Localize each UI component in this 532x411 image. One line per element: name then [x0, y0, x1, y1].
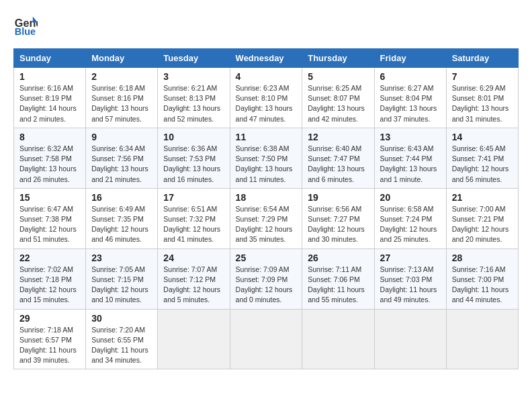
calendar-cell: 26Sunrise: 7:11 AM Sunset: 7:06 PM Dayli…: [302, 248, 374, 309]
calendar-cell: [374, 309, 446, 369]
logo: General Blue: [13, 13, 40, 38]
day-info: Sunrise: 7:07 AM Sunset: 7:12 PM Dayligh…: [163, 265, 224, 306]
day-info: Sunrise: 7:18 AM Sunset: 6:57 PM Dayligh…: [19, 325, 80, 366]
day-info: Sunrise: 6:54 AM Sunset: 7:29 PM Dayligh…: [236, 204, 297, 245]
day-number: 5: [308, 71, 368, 82]
day-number: 25: [236, 253, 297, 263]
day-number: 7: [452, 71, 513, 82]
day-info: Sunrise: 6:36 AM Sunset: 7:53 PM Dayligh…: [163, 144, 224, 185]
day-info: Sunrise: 7:02 AM Sunset: 7:18 PM Dayligh…: [19, 265, 80, 306]
calendar-cell: 12Sunrise: 6:40 AM Sunset: 7:47 PM Dayli…: [302, 128, 374, 188]
day-number: 9: [91, 132, 152, 142]
weekday-header-wednesday: Wednesday: [230, 49, 302, 68]
day-number: 22: [19, 253, 80, 263]
calendar-week-row: 1Sunrise: 6:16 AM Sunset: 8:19 PM Daylig…: [14, 68, 519, 128]
calendar-week-row: 8Sunrise: 6:32 AM Sunset: 7:58 PM Daylig…: [14, 128, 519, 188]
calendar-cell: 25Sunrise: 7:09 AM Sunset: 7:09 PM Dayli…: [230, 248, 302, 309]
calendar-cell: 18Sunrise: 6:54 AM Sunset: 7:29 PM Dayli…: [230, 188, 302, 248]
day-number: 26: [308, 253, 368, 263]
weekday-header-row: SundayMondayTuesdayWednesdayThursdayFrid…: [14, 49, 519, 68]
calendar-cell: [158, 309, 230, 369]
calendar-cell: 15Sunrise: 6:47 AM Sunset: 7:38 PM Dayli…: [14, 188, 86, 248]
calendar-cell: 30Sunrise: 7:20 AM Sunset: 6:55 PM Dayli…: [86, 309, 158, 369]
day-info: Sunrise: 6:34 AM Sunset: 7:56 PM Dayligh…: [91, 144, 152, 185]
day-info: Sunrise: 6:38 AM Sunset: 7:50 PM Dayligh…: [236, 144, 297, 185]
calendar-cell: 3Sunrise: 6:21 AM Sunset: 8:13 PM Daylig…: [158, 68, 230, 128]
day-number: 12: [308, 132, 368, 142]
day-number: 27: [380, 253, 441, 263]
day-number: 20: [380, 192, 441, 203]
day-info: Sunrise: 6:18 AM Sunset: 8:16 PM Dayligh…: [91, 83, 152, 124]
calendar-cell: 16Sunrise: 6:49 AM Sunset: 7:35 PM Dayli…: [86, 188, 158, 248]
calendar-cell: 17Sunrise: 6:51 AM Sunset: 7:32 PM Dayli…: [158, 188, 230, 248]
day-number: 19: [308, 192, 368, 203]
calendar-cell: 5Sunrise: 6:25 AM Sunset: 8:07 PM Daylig…: [302, 68, 374, 128]
calendar-cell: 4Sunrise: 6:23 AM Sunset: 8:10 PM Daylig…: [230, 68, 302, 128]
calendar-table: SundayMondayTuesdayWednesdayThursdayFrid…: [13, 48, 519, 369]
calendar-cell: 7Sunrise: 6:29 AM Sunset: 8:01 PM Daylig…: [446, 68, 518, 128]
day-number: 24: [163, 253, 224, 263]
calendar-cell: 10Sunrise: 6:36 AM Sunset: 7:53 PM Dayli…: [158, 128, 230, 188]
day-number: 16: [91, 192, 152, 203]
day-number: 10: [163, 132, 224, 142]
calendar-cell: 6Sunrise: 6:27 AM Sunset: 8:04 PM Daylig…: [374, 68, 446, 128]
day-info: Sunrise: 6:16 AM Sunset: 8:19 PM Dayligh…: [19, 83, 80, 124]
calendar-cell: 19Sunrise: 6:56 AM Sunset: 7:27 PM Dayli…: [302, 188, 374, 248]
day-number: 14: [452, 132, 513, 142]
calendar-cell: 13Sunrise: 6:43 AM Sunset: 7:44 PM Dayli…: [374, 128, 446, 188]
svg-text:Blue: Blue: [15, 26, 36, 37]
day-number: 15: [19, 192, 80, 203]
day-number: 4: [236, 71, 297, 82]
calendar-cell: 1Sunrise: 6:16 AM Sunset: 8:19 PM Daylig…: [14, 68, 86, 128]
calendar-week-row: 29Sunrise: 7:18 AM Sunset: 6:57 PM Dayli…: [14, 309, 519, 369]
day-info: Sunrise: 6:21 AM Sunset: 8:13 PM Dayligh…: [163, 83, 224, 124]
day-info: Sunrise: 7:00 AM Sunset: 7:21 PM Dayligh…: [452, 204, 513, 245]
day-number: 29: [19, 313, 80, 324]
day-number: 1: [19, 71, 80, 82]
day-number: 28: [452, 253, 513, 263]
day-number: 11: [236, 132, 297, 142]
calendar-cell: 23Sunrise: 7:05 AM Sunset: 7:15 PM Dayli…: [86, 248, 158, 309]
day-info: Sunrise: 6:25 AM Sunset: 8:07 PM Dayligh…: [308, 83, 368, 124]
calendar-week-row: 22Sunrise: 7:02 AM Sunset: 7:18 PM Dayli…: [14, 248, 519, 309]
calendar-cell: 14Sunrise: 6:45 AM Sunset: 7:41 PM Dayli…: [446, 128, 518, 188]
calendar-week-row: 15Sunrise: 6:47 AM Sunset: 7:38 PM Dayli…: [14, 188, 519, 248]
day-info: Sunrise: 6:43 AM Sunset: 7:44 PM Dayligh…: [380, 144, 441, 185]
weekday-header-friday: Friday: [374, 49, 446, 68]
page-header: General Blue: [13, 13, 519, 38]
day-info: Sunrise: 7:09 AM Sunset: 7:09 PM Dayligh…: [236, 265, 297, 306]
day-number: 18: [236, 192, 297, 203]
calendar-cell: 11Sunrise: 6:38 AM Sunset: 7:50 PM Dayli…: [230, 128, 302, 188]
day-number: 23: [91, 253, 152, 263]
day-info: Sunrise: 6:45 AM Sunset: 7:41 PM Dayligh…: [452, 144, 513, 185]
day-number: 3: [163, 71, 224, 82]
weekday-header-tuesday: Tuesday: [158, 49, 230, 68]
calendar-cell: 28Sunrise: 7:16 AM Sunset: 7:00 PM Dayli…: [446, 248, 518, 309]
weekday-header-saturday: Saturday: [446, 49, 518, 68]
day-info: Sunrise: 6:23 AM Sunset: 8:10 PM Dayligh…: [236, 83, 297, 124]
calendar-cell: 29Sunrise: 7:18 AM Sunset: 6:57 PM Dayli…: [14, 309, 86, 369]
day-info: Sunrise: 6:32 AM Sunset: 7:58 PM Dayligh…: [19, 144, 80, 185]
day-info: Sunrise: 6:51 AM Sunset: 7:32 PM Dayligh…: [163, 204, 224, 245]
calendar-cell: 21Sunrise: 7:00 AM Sunset: 7:21 PM Dayli…: [446, 188, 518, 248]
calendar-cell: 8Sunrise: 6:32 AM Sunset: 7:58 PM Daylig…: [14, 128, 86, 188]
day-info: Sunrise: 6:47 AM Sunset: 7:38 PM Dayligh…: [19, 204, 80, 245]
weekday-header-thursday: Thursday: [302, 49, 374, 68]
calendar-cell: 20Sunrise: 6:58 AM Sunset: 7:24 PM Dayli…: [374, 188, 446, 248]
day-info: Sunrise: 7:11 AM Sunset: 7:06 PM Dayligh…: [308, 265, 368, 306]
calendar-cell: [302, 309, 374, 369]
day-number: 21: [452, 192, 513, 203]
day-number: 17: [163, 192, 224, 203]
day-number: 2: [91, 71, 152, 82]
day-info: Sunrise: 6:40 AM Sunset: 7:47 PM Dayligh…: [308, 144, 368, 185]
day-info: Sunrise: 6:56 AM Sunset: 7:27 PM Dayligh…: [308, 204, 368, 245]
day-info: Sunrise: 6:27 AM Sunset: 8:04 PM Dayligh…: [380, 83, 441, 124]
day-number: 8: [19, 132, 80, 142]
calendar-cell: [446, 309, 518, 369]
day-info: Sunrise: 7:16 AM Sunset: 7:00 PM Dayligh…: [452, 265, 513, 306]
calendar-cell: [230, 309, 302, 369]
day-info: Sunrise: 7:20 AM Sunset: 6:55 PM Dayligh…: [91, 325, 152, 366]
day-info: Sunrise: 7:05 AM Sunset: 7:15 PM Dayligh…: [91, 265, 152, 306]
day-number: 30: [91, 313, 152, 324]
day-number: 6: [380, 71, 441, 82]
